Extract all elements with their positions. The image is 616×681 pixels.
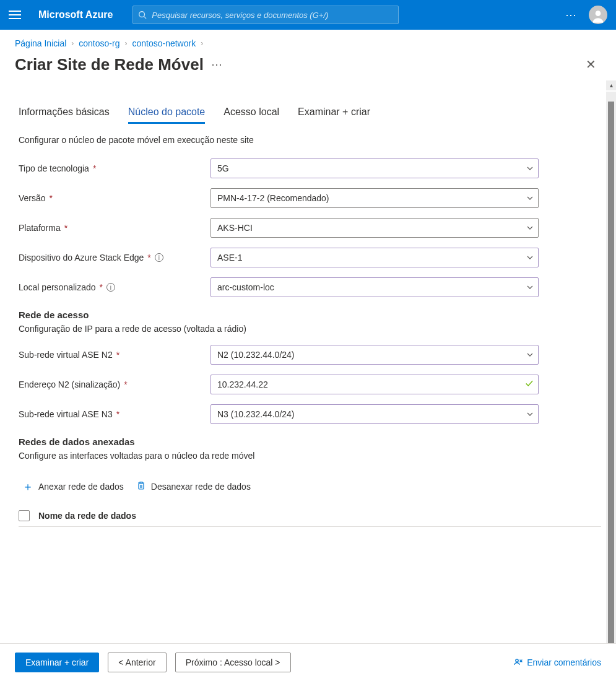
label-version: Versão * <box>19 193 210 203</box>
select-technology[interactable]: 5G <box>210 158 539 178</box>
title-row: Criar Site de Rede Móvel ⋯ ✕ <box>0 52 616 80</box>
select-value: AKS-HCI <box>217 223 253 233</box>
label-custom-location: Local personalizado* i <box>19 282 210 292</box>
tab-basics[interactable]: Informações básicas <box>19 103 110 124</box>
tab-packet-core[interactable]: Núcleo do pacote <box>128 103 206 124</box>
check-icon <box>525 380 534 390</box>
more-icon[interactable]: ⋯ <box>565 8 578 22</box>
info-icon[interactable]: i <box>155 253 163 262</box>
review-create-button[interactable]: Examinar + criar <box>15 653 99 672</box>
svg-point-2 <box>596 11 601 16</box>
feedback-icon <box>513 657 523 667</box>
select-value: N2 (10.232.44.0/24) <box>217 350 295 360</box>
topbar: Microsoft Azure ⋯ <box>0 0 616 30</box>
menu-icon[interactable] <box>9 7 25 23</box>
close-icon[interactable]: ✕ <box>581 54 601 74</box>
breadcrumb: Página Inicial › contoso-rg › contoso-ne… <box>0 30 616 52</box>
breadcrumb-rg[interactable]: contoso-rg <box>79 38 119 48</box>
brand-label: Microsoft Azure <box>38 9 113 20</box>
page-title: Criar Site de Rede Móvel <box>15 55 204 74</box>
attach-label: Anexar rede de dados <box>38 482 124 492</box>
form-content: Informações básicas Núcleo do pacote Ace… <box>0 80 616 649</box>
chevron-down-icon <box>526 254 534 261</box>
label-ase-device: Dispositivo do Azure Stack Edge * i <box>19 253 210 262</box>
chevron-down-icon <box>526 194 534 202</box>
select-value: PMN-4-17-2 (Recomendado) <box>217 193 329 203</box>
chevron-down-icon <box>526 284 534 291</box>
svg-rect-3 <box>139 484 144 489</box>
chevron-down-icon <box>526 410 534 418</box>
input-value: 10.232.44.22 <box>217 380 268 389</box>
detach-label: Desanexar rede de dados <box>151 482 251 492</box>
chevron-right-icon: › <box>201 39 203 48</box>
select-platform[interactable]: AKS-HCI <box>210 218 539 238</box>
select-n3-subnet[interactable]: N3 (10.232.44.0/24) <box>210 404 539 424</box>
select-value: 5G <box>217 163 229 173</box>
select-ase-device[interactable]: ASE-1 <box>210 248 539 267</box>
section-description: Configurar o núcleo de pacote móvel em e… <box>19 135 601 145</box>
title-more-icon[interactable]: ⋯ <box>211 58 223 71</box>
chevron-down-icon <box>526 165 534 172</box>
tab-local-access[interactable]: Acesso local <box>223 103 279 124</box>
svg-line-1 <box>144 17 147 19</box>
avatar[interactable] <box>589 6 607 24</box>
breadcrumb-network[interactable]: contoso-network <box>132 38 196 48</box>
datanet-table-header: Nome da rede de dados <box>19 505 601 527</box>
breadcrumb-home[interactable]: Página Inicial <box>15 38 66 48</box>
plus-icon: ＋ <box>22 479 33 494</box>
access-network-title: Rede de acesso <box>19 310 601 320</box>
svg-point-0 <box>139 12 145 17</box>
datanet-desc: Configure as interfaces voltadas para o … <box>19 451 601 461</box>
label-n2-subnet: Sub-rede virtual ASE N2 * <box>19 350 210 360</box>
select-value: arc-custom-loc <box>217 282 274 292</box>
tabs: Informações básicas Núcleo do pacote Ace… <box>19 103 601 124</box>
chevron-right-icon: › <box>71 39 74 48</box>
scrollbar[interactable]: ▴ ▾ <box>606 92 616 649</box>
attach-datanet-button[interactable]: ＋ Anexar rede de dados <box>22 479 124 494</box>
previous-button[interactable]: < Anterior <box>108 653 166 672</box>
chevron-right-icon: › <box>124 39 127 48</box>
next-button[interactable]: Próximo : Acesso local > <box>175 653 291 672</box>
global-search[interactable] <box>132 6 399 24</box>
search-icon <box>138 11 147 19</box>
feedback-link[interactable]: Enviar comentários <box>513 657 601 667</box>
label-n3-subnet: Sub-rede virtual ASE N3 * <box>19 409 210 419</box>
select-n2-subnet[interactable]: N2 (10.232.44.0/24) <box>210 345 539 365</box>
search-input[interactable] <box>152 11 393 20</box>
scroll-thumb[interactable] <box>608 92 614 102</box>
tab-review[interactable]: Examinar + criar <box>298 103 370 124</box>
label-platform: Plataforma* <box>19 223 210 233</box>
select-all-checkbox[interactable] <box>19 510 30 521</box>
chevron-down-icon <box>526 351 534 358</box>
label-tech: Tipo de tecnologia * <box>19 163 210 173</box>
detach-datanet-button[interactable]: Desanexar rede de dados <box>136 480 251 493</box>
svg-point-4 <box>516 659 518 662</box>
input-n2-address[interactable]: 10.232.44.22 <box>210 375 539 394</box>
trash-icon <box>136 480 146 493</box>
label-n2-address: Endereço N2 (sinalização) * <box>19 380 210 389</box>
chevron-down-icon <box>526 224 534 232</box>
datanet-title: Redes de dados anexadas <box>19 436 601 447</box>
select-value: N3 (10.232.44.0/24) <box>217 409 295 419</box>
feedback-label: Enviar comentários <box>527 657 601 667</box>
select-version[interactable]: PMN-4-17-2 (Recomendado) <box>210 188 539 208</box>
select-value: ASE-1 <box>217 253 242 262</box>
scroll-up-icon[interactable]: ▴ <box>606 82 616 89</box>
info-icon[interactable]: i <box>106 283 115 292</box>
footer: Examinar + criar < Anterior Próximo : Ac… <box>0 643 616 681</box>
select-custom-location[interactable]: arc-custom-loc <box>210 277 539 297</box>
access-network-desc: Configuração de IP para a rede de acesso… <box>19 324 601 334</box>
column-name: Nome da rede de dados <box>38 511 136 521</box>
